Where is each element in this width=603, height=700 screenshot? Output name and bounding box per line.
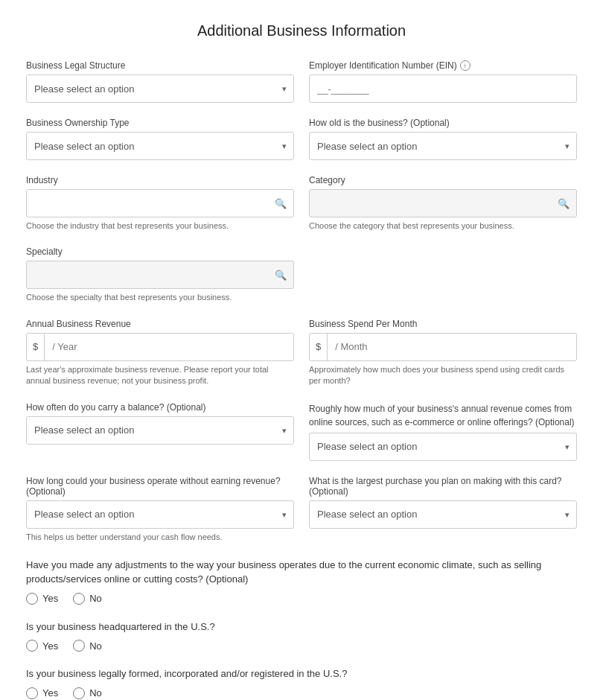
economic-adjustments-radio-group: Yes No bbox=[26, 593, 577, 605]
largest-purchase-select[interactable]: Please select an option bbox=[309, 500, 577, 529]
carry-balance-label: How often do you carry a balance? (Optio… bbox=[26, 402, 294, 413]
economic-adjustments-yes-radio[interactable] bbox=[26, 593, 38, 605]
operate-without-revenue-hint: This helps us better understand your cas… bbox=[26, 532, 294, 543]
legally-formed-no[interactable]: No bbox=[73, 687, 102, 699]
industry-input[interactable] bbox=[26, 189, 294, 217]
online-revenue-field: Please select an option ▾ bbox=[309, 433, 577, 461]
industry-field: 🔍 bbox=[26, 189, 294, 217]
largest-purchase-label: What is the largest purchase you plan on… bbox=[309, 476, 577, 497]
ownership-type-field: Please select an option ▾ bbox=[26, 132, 294, 160]
hq-us-yes[interactable]: Yes bbox=[26, 640, 58, 652]
specialty-hint: Choose the specialty that best represent… bbox=[26, 292, 294, 303]
spend-per-month-currency: $ bbox=[310, 334, 328, 360]
annual-revenue-input[interactable] bbox=[45, 341, 293, 352]
legally-formed-us-radio-group: Yes No bbox=[26, 687, 577, 699]
annual-revenue-currency: $ bbox=[27, 334, 45, 360]
economic-adjustments-yes[interactable]: Yes bbox=[26, 593, 58, 605]
legally-formed-yes[interactable]: Yes bbox=[26, 687, 58, 699]
ein-label: Employer Identification Number (EIN) i bbox=[309, 60, 577, 71]
operate-without-revenue-label: How long could your business operate wit… bbox=[26, 476, 294, 497]
operate-without-revenue-select[interactable]: Please select an option bbox=[26, 500, 294, 529]
legally-formed-us-question: Is your business legally formed, incorpo… bbox=[26, 666, 577, 681]
ownership-type-select[interactable]: Please select an option bbox=[26, 132, 294, 160]
legally-formed-no-radio[interactable] bbox=[73, 687, 85, 699]
business-legal-structure-select[interactable]: Please select an option bbox=[26, 74, 294, 103]
how-old-label: How old is the business? (Optional) bbox=[309, 118, 577, 128]
annual-revenue-hint: Last year's approximate business revenue… bbox=[26, 364, 294, 387]
specialty-input[interactable] bbox=[26, 261, 294, 289]
carry-balance-field: Please select an option ▾ bbox=[26, 416, 294, 445]
how-old-field: Please select an option ▾ bbox=[309, 132, 577, 160]
hq-us-radio-group: Yes No bbox=[26, 640, 577, 652]
ein-info-icon[interactable]: i bbox=[460, 60, 470, 71]
category-field: 🔍 bbox=[309, 189, 577, 217]
hq-us-question: Is your business headquartered in the U.… bbox=[26, 620, 577, 634]
spend-per-month-input[interactable] bbox=[328, 341, 576, 352]
economic-adjustments-no-radio[interactable] bbox=[73, 593, 85, 605]
largest-purchase-field: Please select an option ▾ bbox=[309, 500, 577, 529]
online-revenue-label: Roughly how much of your business's annu… bbox=[309, 402, 577, 429]
online-revenue-select[interactable]: Please select an option bbox=[309, 433, 577, 461]
specialty-field: 🔍 bbox=[26, 261, 294, 289]
page-title: Additional Business Information bbox=[26, 22, 577, 39]
business-legal-structure-field: Please select an option ▾ bbox=[26, 74, 294, 103]
annual-revenue-label: Annual Business Revenue bbox=[26, 319, 294, 329]
hq-us-no[interactable]: No bbox=[73, 640, 102, 652]
industry-hint: Choose the industry that best represents… bbox=[26, 220, 294, 232]
business-legal-structure-label: Business Legal Structure bbox=[26, 60, 294, 71]
hq-us-yes-radio[interactable] bbox=[26, 640, 38, 652]
spend-per-month-field: $ bbox=[309, 333, 577, 361]
economic-adjustments-no[interactable]: No bbox=[73, 593, 102, 605]
specialty-label: Specialty bbox=[26, 246, 294, 257]
economic-adjustments-question: Have you made any adjustments to the way… bbox=[26, 558, 577, 587]
spend-per-month-label: Business Spend Per Month bbox=[309, 319, 577, 329]
how-old-select[interactable]: Please select an option bbox=[309, 132, 577, 160]
annual-revenue-field: $ bbox=[26, 333, 294, 361]
operate-without-revenue-field: Please select an option ▾ bbox=[26, 500, 294, 529]
industry-label: Industry bbox=[26, 175, 294, 185]
category-input[interactable] bbox=[309, 189, 577, 217]
spend-per-month-hint: Approximately how much does your busines… bbox=[309, 364, 577, 387]
category-hint: Choose the category that best represents… bbox=[309, 220, 577, 232]
ein-input[interactable] bbox=[309, 74, 577, 103]
carry-balance-select[interactable]: Please select an option bbox=[26, 416, 294, 445]
category-label: Category bbox=[309, 175, 577, 185]
legally-formed-yes-radio[interactable] bbox=[26, 687, 38, 699]
hq-us-no-radio[interactable] bbox=[73, 640, 85, 652]
ownership-type-label: Business Ownership Type bbox=[26, 118, 294, 128]
